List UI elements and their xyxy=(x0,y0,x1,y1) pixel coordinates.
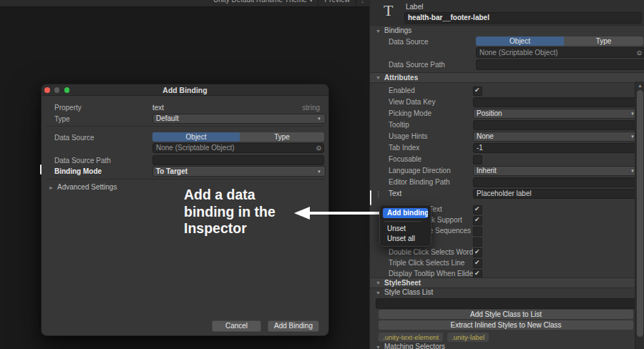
foldout-arrow-icon[interactable]: ▼ xyxy=(376,29,381,34)
checkbox[interactable] xyxy=(473,155,482,164)
cancel-button[interactable]: Cancel xyxy=(212,320,261,332)
chevron-down-icon: ▼ xyxy=(317,117,321,121)
dialog-titlebar[interactable]: Add Binding xyxy=(42,84,328,96)
chevron-down-icon: ▼ xyxy=(317,169,321,174)
class-pill[interactable]: .unity-text-element xyxy=(379,333,443,342)
attr-label: Enabled xyxy=(389,87,415,94)
dropdown[interactable]: Position▼ xyxy=(473,109,639,119)
matching-selectors-foldout[interactable]: Matching Selectors xyxy=(384,343,445,349)
extract-styles-button[interactable]: Extract Inlined Styles to New Class xyxy=(379,320,633,330)
scrollbar-up-icon[interactable]: ▲ xyxy=(638,83,643,88)
type-dropdown[interactable]: Default▼ xyxy=(152,114,326,124)
attr-label: Triple Click Selects Line xyxy=(389,259,464,267)
attr-label: Double Click Selects Word xyxy=(389,248,473,256)
attributes-section-header[interactable]: ▼ Attributes xyxy=(370,72,644,83)
attr-label: Usage Hints xyxy=(389,132,427,140)
viewport-toolbar: Unity Default Runtime Theme▾ Preview ⋮ xyxy=(0,0,369,7)
element-name-field[interactable]: health-bar__footer-label xyxy=(404,12,642,24)
text-field[interactable]: -1 xyxy=(473,143,639,153)
data-source-label: Data Source xyxy=(389,38,429,46)
divider xyxy=(46,126,324,127)
attr-label: Focusable xyxy=(389,155,421,163)
foldout-arrow-icon[interactable]: ▼ xyxy=(376,75,381,81)
foldout-arrow-icon[interactable]: ► xyxy=(49,185,54,191)
tab-object[interactable]: Object xyxy=(152,132,240,142)
binding-marker xyxy=(370,190,372,205)
tab-type[interactable]: Type xyxy=(240,132,324,142)
attr-label: View Data Key xyxy=(389,98,435,106)
preview-button[interactable]: Preview xyxy=(318,0,356,4)
element-type-label: Label xyxy=(406,3,423,11)
bindings-section-foldout[interactable]: Bindings xyxy=(384,26,411,34)
object-picker-icon[interactable]: ⊙ xyxy=(316,144,321,152)
menu-item-unset[interactable]: Unset xyxy=(387,225,406,232)
data-source-label: Data Source xyxy=(54,134,94,142)
data-source-path-field[interactable] xyxy=(152,155,324,165)
advanced-settings-foldout[interactable]: Advanced Settings xyxy=(57,183,117,191)
stylesheet-section-title: StyleSheet xyxy=(384,279,421,287)
theme-dropdown[interactable]: Unity Default Runtime Theme▾ xyxy=(208,0,318,4)
foldout-arrow-icon[interactable]: ▼ xyxy=(376,345,381,349)
binding-context-menu: Add binding... Unset Unset all xyxy=(379,205,431,247)
annotation-arrow xyxy=(309,212,386,215)
checkbox[interactable] xyxy=(473,248,482,257)
attr-label: Tooltip xyxy=(389,121,409,129)
object-picker-icon[interactable]: ⊙ xyxy=(636,49,642,56)
row-drag-handle-icon[interactable]: ⋮ xyxy=(375,190,382,198)
text-field[interactable] xyxy=(473,120,639,130)
attr-label: Language Direction xyxy=(389,167,451,174)
data-source-path-label: Data Source Path xyxy=(54,157,111,164)
binding-mode-label: Binding Mode xyxy=(54,167,102,175)
binding-marker xyxy=(40,164,42,174)
menu-item-unset-all[interactable]: Unset all xyxy=(387,235,415,242)
checkbox[interactable] xyxy=(473,227,482,236)
scrollbar-track[interactable]: ▲ xyxy=(635,82,644,349)
style-class-list-foldout[interactable]: Style Class List xyxy=(384,288,433,296)
style-class-input[interactable] xyxy=(376,298,638,309)
stylesheet-section-header[interactable]: ▼ StyleSheet xyxy=(370,277,644,288)
binding-mode-dropdown[interactable]: To Target▼ xyxy=(152,166,326,177)
tab-type[interactable]: Type xyxy=(564,36,643,46)
menu-item-add-binding[interactable]: Add binding... xyxy=(383,208,428,218)
dropdown[interactable]: Inherit▼ xyxy=(473,166,639,176)
chevron-down-icon: ▾ xyxy=(310,0,313,3)
divider xyxy=(46,179,324,180)
dropdown[interactable]: None▼ xyxy=(473,132,639,142)
text-field[interactable] xyxy=(473,97,639,107)
property-label: Property xyxy=(54,104,82,112)
add-style-class-button[interactable]: Add Style Class to List xyxy=(379,310,633,319)
type-label: Type xyxy=(54,115,70,123)
checkbox[interactable] xyxy=(473,259,482,268)
property-type-hint: string xyxy=(303,104,320,112)
checkbox[interactable] xyxy=(473,237,482,247)
class-pill-list: .unity-text-element .unity-label xyxy=(379,333,489,342)
checkbox[interactable] xyxy=(473,205,482,215)
tab-object[interactable]: Object xyxy=(476,36,564,46)
attr-label: Text xyxy=(389,190,401,197)
data-source-path-label: Data Source Path xyxy=(389,61,445,69)
more-menu-icon[interactable]: ⋮ xyxy=(356,0,369,4)
checkbox[interactable] xyxy=(473,87,482,96)
label-type-icon: T xyxy=(384,1,393,20)
attributes-section-title: Attributes xyxy=(384,74,418,82)
class-pill[interactable]: .unity-label xyxy=(447,333,489,342)
menu-divider xyxy=(384,221,421,222)
unity-ui-builder-window: Unity Default Runtime Theme▾ Preview ⋮ A… xyxy=(0,0,644,349)
annotation-text: Add a data binding in the Inspector xyxy=(184,187,275,237)
dialog-title: Add Binding xyxy=(42,86,328,94)
attr-label: Picking Mode xyxy=(389,109,431,117)
foldout-arrow-icon[interactable]: ▼ xyxy=(376,280,381,286)
add-binding-button[interactable]: Add Binding xyxy=(268,320,319,332)
foldout-arrow-icon[interactable]: ▼ xyxy=(376,290,381,296)
annotation-arrow-head xyxy=(294,207,310,220)
data-source-path-field[interactable] xyxy=(476,59,644,70)
text-field[interactable] xyxy=(473,177,639,187)
object-reference-field[interactable]: None (Scriptable Object)⊙ xyxy=(152,143,324,153)
object-reference-field[interactable]: None (Scriptable Object)⊙ xyxy=(476,47,644,58)
attr-label: Tab Index xyxy=(389,144,419,152)
checkbox[interactable] xyxy=(473,216,482,225)
text-field[interactable]: Placeholder label xyxy=(473,189,639,199)
scrollbar-thumb[interactable] xyxy=(637,90,643,337)
property-value: text xyxy=(152,104,164,112)
attr-label: Editor Binding Path xyxy=(389,178,450,186)
